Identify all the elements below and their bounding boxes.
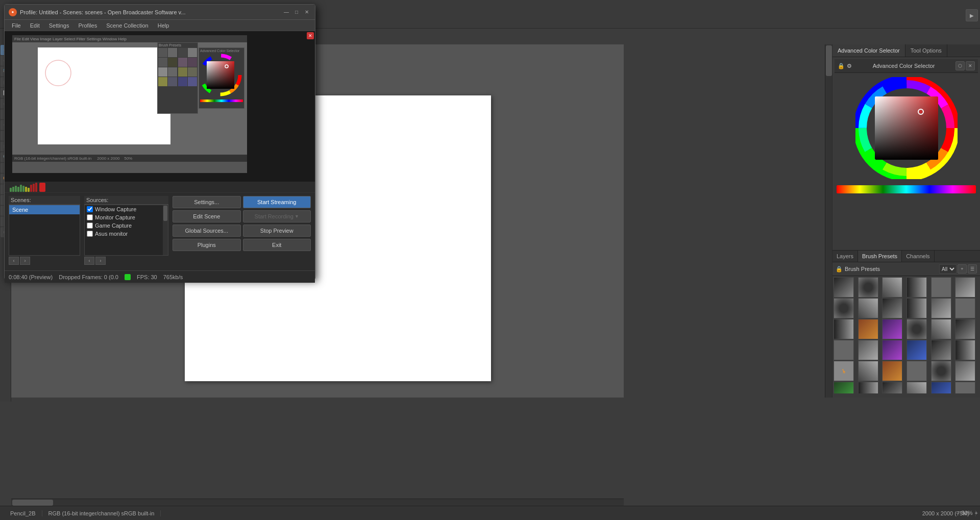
brush-preset-item[interactable] [858, 277, 878, 298]
cs-settings-icon[interactable]: ⚙ [847, 63, 852, 69]
brush-preset-item[interactable] [858, 298, 878, 318]
obs-minimize-btn[interactable]: — [282, 8, 290, 16]
obs-sources-list[interactable]: Window Capture Monitor Capture Game Capt… [84, 205, 168, 256]
brush-preset-item[interactable] [931, 340, 951, 360]
obs-menu-profiles[interactable]: Profiles [74, 21, 101, 30]
brush-preset-item[interactable] [858, 319, 878, 339]
obs-source-game-capture[interactable]: Game Capture [85, 221, 168, 230]
obs-source-next-btn[interactable]: › [95, 257, 106, 265]
brush-preset-item[interactable] [834, 319, 854, 339]
brush-preset-item[interactable] [858, 340, 878, 360]
bp-options-btn[interactable]: ☰ [968, 264, 977, 274]
obs-vol-bar-left [10, 183, 37, 192]
obs-menu-help[interactable]: Help [154, 21, 174, 30]
obs-scenes-header: Scenes: [9, 196, 80, 205]
color-bar[interactable] [837, 185, 976, 193]
brush-preset-item[interactable] [882, 277, 902, 298]
cs-detach-btn[interactable]: ⬡ [955, 61, 965, 70]
cs-header: 🔒 ⚙ Advanced Color Selector ⬡ ✕ [835, 59, 978, 73]
obs-start-recording-btn[interactable]: Start Recording ▼ [243, 210, 311, 222]
svg-point-19 [45, 60, 71, 86]
brush-preset-item[interactable] [955, 319, 975, 339]
brush-preset-item[interactable] [931, 382, 951, 393]
obs-source-prev-btn[interactable]: ‹ [84, 257, 94, 265]
obs-sources-scrollbar[interactable] [163, 205, 168, 255]
expand-toolbar-btn[interactable]: ▶ [966, 9, 978, 21]
brush-preset-item[interactable] [931, 277, 951, 298]
brush-preset-item[interactable] [906, 340, 927, 360]
brush-preset-item[interactable] [906, 382, 927, 393]
color-wheel-container[interactable] [835, 73, 978, 183]
obs-source-monitor-capture[interactable]: Monitor Capture [85, 213, 168, 221]
obs-stop-preview-btn[interactable]: Stop Preview [243, 225, 311, 237]
obs-controls: Settings... Start Streaming Edit Scene S… [173, 196, 311, 267]
brush-preset-item[interactable]: 🦒 [834, 361, 854, 381]
obs-recording-dropdown-arrow[interactable]: ▼ [295, 214, 299, 219]
brush-preset-item[interactable] [882, 298, 902, 318]
brush-preset-item[interactable] [834, 340, 854, 360]
obs-scene-prev-btn[interactable]: ‹ [9, 257, 19, 265]
canvas-hscrollbar[interactable] [11, 499, 624, 506]
obs-menu-scene-collection[interactable]: Scene Collection [102, 21, 153, 30]
obs-menu-file[interactable]: File [8, 21, 25, 30]
obs-settings-btn[interactable]: Settings... [173, 196, 241, 208]
brush-preset-item[interactable] [931, 319, 951, 339]
tab-advanced-color-selector[interactable]: Advanced Color Selector [832, 44, 905, 57]
obs-edit-scene-btn[interactable]: Edit Scene [173, 210, 241, 222]
obs-vol-peak [39, 183, 45, 192]
obs-source-cb-asus[interactable] [87, 231, 93, 237]
brush-preset-item[interactable] [834, 277, 854, 298]
tab-tool-options[interactable]: Tool Options [905, 44, 947, 57]
obs-close-btn[interactable]: ✕ [303, 8, 311, 16]
obs-scene-next-btn[interactable]: › [20, 257, 30, 265]
tab-layers[interactable]: Layers [832, 251, 858, 262]
zoom-plus-btn[interactable]: + [975, 510, 978, 516]
brush-preset-item[interactable] [955, 277, 975, 298]
obs-source-window-capture[interactable]: Window Capture [85, 205, 168, 213]
brush-preset-item[interactable] [955, 298, 975, 318]
obs-source-cb-monitor[interactable] [87, 214, 93, 220]
brush-preset-item[interactable] [834, 382, 854, 393]
obs-preview[interactable]: File Edit View Image Layer Select Filter… [5, 31, 315, 182]
obs-scene-item[interactable]: Scene [9, 205, 80, 214]
brush-preset-item[interactable] [955, 382, 975, 393]
brush-preset-item[interactable] [906, 298, 927, 318]
brush-preset-item[interactable] [906, 319, 927, 339]
obs-exit-btn[interactable]: Exit [243, 239, 311, 251]
brush-preset-item[interactable] [931, 361, 951, 381]
obs-start-streaming-btn[interactable]: Start Streaming [243, 196, 311, 208]
obs-menu-settings[interactable]: Settings [45, 21, 74, 30]
brush-preset-item[interactable] [858, 382, 878, 393]
tab-channels[interactable]: Channels [902, 251, 934, 262]
bp-filter-dropdown[interactable]: All [939, 264, 957, 274]
canvas-vscrollbar[interactable] [825, 44, 832, 398]
brush-preset-item[interactable] [955, 340, 975, 360]
obs-source-asus-monitor[interactable]: Asus monitor [85, 230, 168, 238]
brush-preset-item[interactable] [955, 361, 975, 381]
obs-menu-edit[interactable]: Edit [26, 21, 44, 30]
brush-preset-item[interactable] [882, 382, 902, 393]
brush-preset-item[interactable] [882, 340, 902, 360]
brush-preset-item[interactable] [858, 361, 878, 381]
obs-maximize-btn[interactable]: □ [292, 8, 301, 16]
obs-fps-indicator [125, 274, 131, 280]
obs-scene-list[interactable]: Scene [9, 205, 80, 256]
brush-preset-item[interactable] [906, 361, 927, 381]
brush-preset-item[interactable] [882, 361, 902, 381]
brush-preset-item[interactable] [931, 298, 951, 318]
brush-preset-item[interactable] [882, 319, 902, 339]
zoom-minus-btn[interactable]: − [956, 510, 959, 516]
obs-plugins-btn[interactable]: Plugins [173, 239, 241, 251]
obs-source-cb-game[interactable] [87, 222, 93, 229]
bp-add-btn[interactable]: + [958, 264, 967, 274]
obs-global-sources-btn[interactable]: Global Sources... [173, 225, 241, 237]
obs-recording-label: Start Recording [255, 213, 293, 219]
tab-brush-presets[interactable]: Brush Presets [858, 251, 902, 262]
cs-close-btn[interactable]: ✕ [966, 61, 975, 70]
brush-preset-item[interactable] [906, 277, 927, 298]
obs-source-cb-window[interactable] [87, 206, 93, 212]
obs-mini-status-bar: RGB (16-bit integer/channel) sRGB built-… [12, 155, 247, 162]
obs-preview-close[interactable]: ✕ [307, 32, 314, 39]
brush-preset-item[interactable] [834, 298, 854, 318]
color-wheel[interactable] [855, 77, 958, 179]
